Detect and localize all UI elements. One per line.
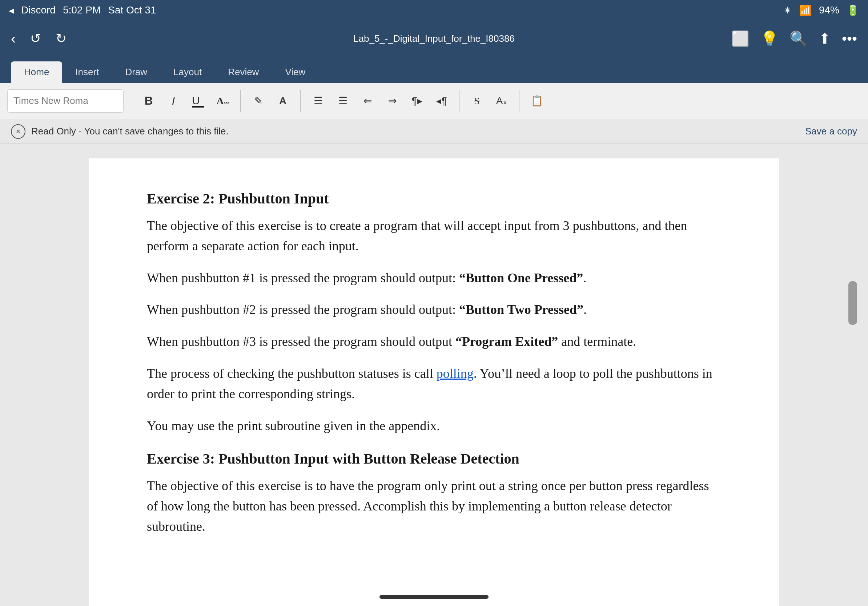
readonly-message: Read Only - You can't save changes to th… <box>31 126 229 137</box>
font-color-button[interactable]: A... <box>212 91 233 111</box>
exercise3-heading: Exercise 3: Pushbutton Input with Button… <box>147 448 721 470</box>
sep-4 <box>459 90 459 112</box>
exercise2-p5: You may use the print subroutine given i… <box>147 416 721 436</box>
polling-link[interactable]: polling <box>437 366 474 381</box>
exercise2-p3: When pushbutton #3 is pressed the progra… <box>147 332 721 352</box>
doc-title: Lab_5_-_Digital_Input_for_the_I80386 <box>353 33 515 44</box>
nav-icons: ‹ ↺ ↻ <box>11 31 67 47</box>
nav-back-button[interactable]: ‹ <box>11 31 16 47</box>
para-rtl-button[interactable]: ◂¶ <box>431 91 452 111</box>
battery-icon: 🔋 <box>846 5 859 16</box>
italic-button[interactable]: I <box>163 91 184 111</box>
toolbar: B I U A... ✎ A ☰ ☰ ⇐ ⇒ ¶▸ ◂¶ S Aₓ 📋 <box>0 83 868 119</box>
more-icon[interactable]: ••• <box>842 31 857 47</box>
exercise2-intro: The objective of this exercise is to cre… <box>147 216 721 257</box>
clipboard-button[interactable]: 📋 <box>527 91 547 111</box>
status-time: 5:02 PM <box>63 5 101 16</box>
sep-5 <box>519 90 519 112</box>
document-area: Exercise 2: Pushbutton Input The objecti… <box>89 158 779 606</box>
exercise2-p2-bold: “Button Two Pressed” <box>459 302 583 317</box>
scroll-indicator[interactable] <box>848 281 857 325</box>
nav-undo-button[interactable]: ↺ <box>30 31 41 46</box>
list-num-button[interactable]: ☰ <box>333 91 353 111</box>
signal-icon: ✴ <box>783 5 792 16</box>
font-selector[interactable] <box>7 90 124 113</box>
exercise2-p3-post: and terminate. <box>558 334 636 349</box>
exercise2-p3-pre: When pushbutton #3 is pressed the progra… <box>147 334 456 349</box>
nav-redo-button[interactable]: ↻ <box>56 31 67 46</box>
exercise2-p2-pre: When pushbutton #2 is pressed the progra… <box>147 302 459 317</box>
exercise2-p3-bold: “Program Exited” <box>456 334 558 349</box>
save-copy-button[interactable]: Save a copy <box>805 126 857 137</box>
battery-percent: 94% <box>819 5 839 16</box>
list-bullet-button[interactable]: ☰ <box>308 91 328 111</box>
tab-home[interactable]: Home <box>11 62 62 83</box>
tab-view[interactable]: View <box>272 62 318 83</box>
exercise3-intro: The objective of this exercise is to hav… <box>147 476 721 536</box>
eraser-button[interactable]: ✎ <box>248 91 268 111</box>
strikethrough-button[interactable]: S <box>467 91 487 111</box>
bold-button[interactable]: B <box>138 91 159 111</box>
para-ltr-button[interactable]: ¶▸ <box>407 91 427 111</box>
search-icon[interactable]: 🔍 <box>789 30 808 47</box>
readonly-message-area: × Read Only - You can't save changes to … <box>11 124 229 139</box>
status-left: ◂ Discord 5:02 PM Sat Oct 31 <box>9 5 156 16</box>
app-name: Discord <box>21 5 56 16</box>
exercise2-p1-bold: “Button One Pressed” <box>459 271 583 285</box>
readonly-close-button[interactable]: × <box>11 124 25 139</box>
exercise2-p2: When pushbutton #2 is pressed the progra… <box>147 300 721 320</box>
app-wrapper: ◂ Discord 5:02 PM Sat Oct 31 ✴ 📶 94% 🔋 ‹… <box>0 0 868 606</box>
tab-insert[interactable]: Insert <box>62 62 112 83</box>
exercise2-p1: When pushbutton #1 is pressed the progra… <box>147 268 721 289</box>
title-right-icons: ⬜ 💡 🔍 ⬆ ••• <box>731 30 857 47</box>
outdent-button[interactable]: ⇐ <box>357 91 378 111</box>
exercise2-p4-pre: The process of checking the pushbutton s… <box>147 366 437 381</box>
underline-button[interactable]: U <box>188 91 208 111</box>
exercise2-heading: Exercise 2: Pushbutton Input <box>147 187 721 210</box>
home-indicator <box>380 595 488 599</box>
back-arrow-icon: ◂ <box>9 5 14 16</box>
format-painter-button[interactable]: Aₓ <box>491 91 512 111</box>
tab-review[interactable]: Review <box>215 62 272 83</box>
status-bar: ◂ Discord 5:02 PM Sat Oct 31 ✴ 📶 94% 🔋 <box>0 0 868 20</box>
doc-title-area: Lab_5_-_Digital_Input_for_the_I80386 <box>353 33 515 44</box>
exercise2-p4: The process of checking the pushbutton s… <box>147 364 721 404</box>
title-bar: ‹ ↺ ↻ Lab_5_-_Digital_Input_for_the_I803… <box>0 20 868 57</box>
tab-layout[interactable]: Layout <box>160 62 215 83</box>
tab-draw[interactable]: Draw <box>112 62 160 83</box>
sep-3 <box>300 90 301 112</box>
status-date: Sat Oct 31 <box>108 5 156 16</box>
indent-button[interactable]: ⇒ <box>382 91 402 111</box>
exercise2-p1-post: . <box>583 271 586 285</box>
bulb-icon[interactable]: 💡 <box>760 30 778 47</box>
status-right: ✴ 📶 94% 🔋 <box>783 5 859 16</box>
tablet-view-icon[interactable]: ⬜ <box>731 30 750 47</box>
wifi-icon: 📶 <box>799 5 812 16</box>
font-color-a-button[interactable]: A <box>273 91 293 111</box>
share-icon[interactable]: ⬆ <box>818 30 831 47</box>
readonly-bar: × Read Only - You can't save changes to … <box>0 119 868 144</box>
exercise2-p2-post: . <box>583 302 587 317</box>
sep-1 <box>131 90 131 112</box>
exercise2-p1-pre: When pushbutton #1 is pressed the progra… <box>147 271 459 285</box>
ribbon-tabs: Home Insert Draw Layout Review View <box>0 57 868 83</box>
